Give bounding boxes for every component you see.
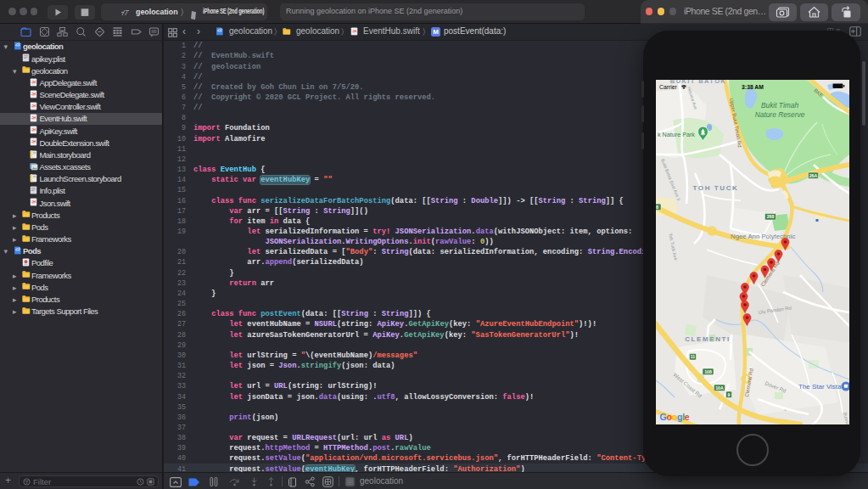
svg-text:26A: 26A [809, 173, 817, 178]
svg-text:CLEMENTI: CLEMENTI [685, 335, 731, 343]
svg-text:3:38 AM: 3:38 AM [742, 84, 764, 90]
svg-text:Bukit Timah: Bukit Timah [760, 101, 798, 110]
svg-text:BUKIT BATOK: BUKIT BATOK [669, 80, 725, 85]
svg-text:Google: Google [659, 412, 689, 422]
svg-text:108: 108 [704, 369, 712, 374]
svg-text:268: 268 [766, 214, 774, 219]
svg-text:Carrier: Carrier [659, 84, 678, 90]
svg-text:9: 9 [727, 392, 730, 397]
svg-text:k Nature Park: k Nature Park [658, 131, 695, 138]
svg-text:The Star Vista: The Star Vista [798, 383, 842, 391]
svg-text:10A: 10A [715, 385, 724, 391]
svg-text:11: 11 [690, 354, 695, 359]
svg-text:TOH TUCK: TOH TUCK [692, 184, 738, 192]
svg-text:Nature Reserve: Nature Reserve [754, 110, 804, 119]
svg-text:8: 8 [656, 205, 658, 210]
